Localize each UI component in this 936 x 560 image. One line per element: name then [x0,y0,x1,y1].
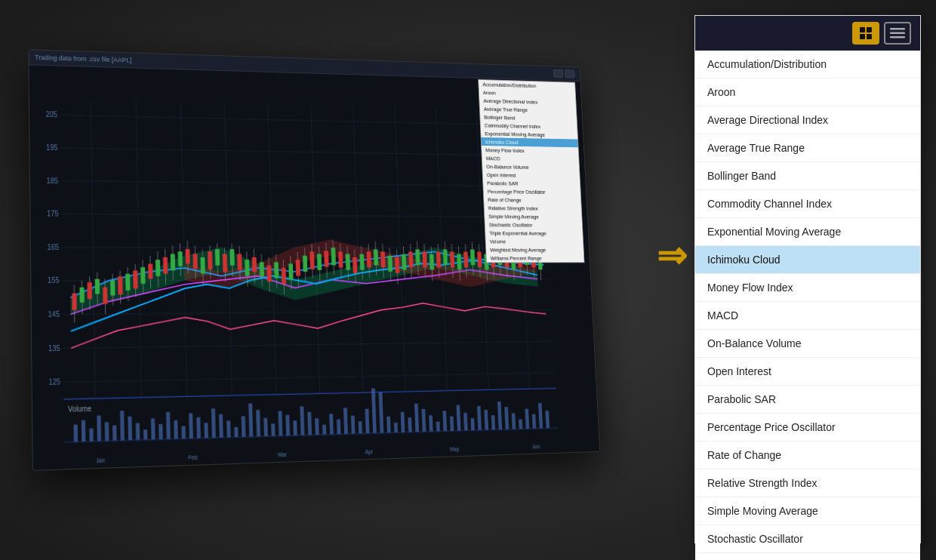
svg-rect-101 [324,251,328,266]
svg-rect-174 [136,423,140,440]
svg-rect-245 [890,36,905,38]
svg-rect-41 [103,288,107,304]
indicator-item-sma[interactable]: Simple Moving Average [695,497,920,525]
svg-rect-223 [491,415,495,429]
svg-rect-194 [285,415,290,436]
svg-rect-91 [288,263,293,279]
indicator-item-atr[interactable]: Average True Range [695,134,920,162]
svg-rect-170 [105,422,109,441]
indicator-item-ppo[interactable]: Percentage Price Oscillator [695,414,920,442]
svg-rect-125 [408,252,413,268]
svg-text:165: 165 [48,243,60,251]
svg-rect-215 [436,422,440,432]
grid-icon [858,26,873,41]
svg-rect-99 [317,254,322,270]
svg-rect-211 [408,417,411,432]
indicator-item-oi[interactable]: Open Interest [695,358,920,386]
svg-rect-45 [118,276,122,294]
svg-rect-191 [263,418,268,436]
svg-rect-173 [128,417,132,441]
svg-rect-145 [477,252,482,268]
svg-rect-214 [429,415,433,432]
svg-rect-198 [315,418,319,435]
svg-rect-71 [215,249,220,266]
indicator-item-roc[interactable]: Rate of Change [695,442,920,469]
chart-container: Trading data from .csv file [AAPL] [28,49,600,471]
svg-rect-183 [204,423,208,438]
indicator-item-mfi[interactable]: Money Flow Index [695,274,920,302]
chart-btn-1[interactable] [553,69,563,78]
svg-rect-217 [450,417,454,431]
svg-rect-51 [140,267,145,284]
mini-item-22[interactable]: Williams Percent Range [486,254,583,262]
svg-rect-93 [296,260,300,275]
indicator-item-aroon[interactable]: Aroon [695,78,920,106]
svg-rect-204 [359,421,362,433]
indicator-item-sar[interactable]: Parabolic SAR [695,386,920,414]
svg-text:Jan: Jan [96,457,105,464]
svg-rect-79 [245,260,249,276]
svg-rect-47 [125,274,130,291]
svg-rect-190 [256,410,260,436]
panel-header [695,16,920,51]
svg-rect-243 [890,28,905,30]
indicator-item-obv[interactable]: On-Balance Volume [695,330,920,358]
indicator-item-tema[interactable]: Triple Exponential Average [695,553,920,560]
svg-rect-49 [133,270,137,288]
svg-text:155: 155 [48,276,60,285]
svg-text:Apr: Apr [365,448,373,456]
indicator-item-accumulation[interactable]: Accumulation/Distribution [695,51,920,78]
svg-rect-201 [337,420,340,435]
svg-rect-117 [380,251,385,267]
svg-text:195: 195 [46,143,57,152]
svg-rect-167 [82,420,86,442]
svg-rect-240 [867,27,872,32]
svg-rect-83 [260,262,264,276]
svg-rect-241 [860,34,865,39]
menu-view-button[interactable] [884,22,911,45]
mini-item-17[interactable]: Simple Moving Average [485,212,582,221]
svg-rect-166 [74,425,78,442]
chart-title: Trading data from .csv file [AAPL] [35,54,131,64]
svg-rect-109 [353,257,357,273]
indicator-item-stoch[interactable]: Stochastic Oscillator [695,525,920,553]
svg-rect-111 [359,254,364,270]
indicator-item-macd[interactable]: MACD [695,302,920,330]
svg-rect-107 [346,254,350,270]
svg-rect-200 [329,414,334,434]
svg-rect-113 [367,251,371,267]
svg-text:Mar: Mar [278,451,287,459]
svg-rect-193 [279,411,283,436]
menu-icon [890,28,905,38]
svg-text:125: 125 [49,377,61,386]
svg-rect-182 [196,417,201,438]
mini-item-21[interactable]: Weighted Moving Average [486,245,583,254]
svg-rect-133 [436,252,441,268]
chart-btn-2[interactable] [565,69,575,78]
svg-rect-43 [110,281,115,296]
mini-item-20[interactable]: Volume [485,237,583,245]
mini-item-19[interactable]: Triple Exponential Average [485,229,583,238]
svg-rect-85 [266,266,271,282]
svg-rect-129 [423,252,427,268]
svg-rect-244 [890,32,905,35]
svg-rect-177 [159,424,162,439]
svg-rect-239 [860,27,865,32]
indicator-item-rsi[interactable]: Relative Strength Index [695,469,920,497]
svg-rect-57 [163,257,168,274]
svg-rect-127 [415,249,420,265]
right-panel: Accumulation/Distribution Aroon Average … [694,15,921,543]
mini-dropdown[interactable]: Accumulation/Distribution Aroon Average … [478,79,584,263]
svg-rect-197 [307,412,312,435]
indicator-item-cci[interactable]: Commodity Channel Index [695,190,920,218]
svg-rect-69 [208,251,212,269]
mini-item-18[interactable]: Stochastic Oscillator [485,220,582,229]
svg-rect-67 [200,257,205,274]
indicator-item-ema[interactable]: Exponential Moving Average [695,218,920,246]
svg-rect-242 [867,34,872,39]
indicator-item-bb[interactable]: Bollinger Band [695,162,920,190]
grid-view-button[interactable] [852,22,879,45]
indicator-item-adi[interactable]: Average Directional Index [695,106,920,134]
svg-rect-203 [351,416,356,434]
indicator-item-ichimoku[interactable]: Ichimoku Cloud [695,246,920,274]
